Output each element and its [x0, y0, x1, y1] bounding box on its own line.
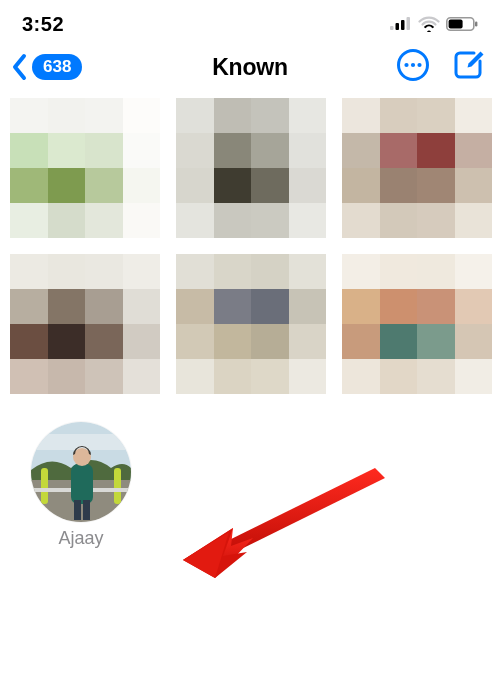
svg-rect-15: [114, 468, 121, 504]
conversation-item[interactable]: [176, 98, 326, 238]
status-icons: [390, 16, 478, 32]
unread-count-badge: 638: [32, 54, 82, 80]
compose-icon: [452, 49, 484, 81]
page-title: Known: [212, 54, 288, 81]
avatar: [31, 422, 131, 522]
cellular-icon: [390, 17, 412, 31]
battery-icon: [446, 17, 478, 31]
svg-rect-0: [390, 26, 394, 30]
contact-name: Ajaay: [26, 528, 136, 549]
svg-rect-12: [31, 434, 131, 450]
conversations-grid: [0, 98, 500, 394]
status-bar: 3:52: [0, 0, 500, 40]
svg-rect-14: [41, 468, 48, 504]
svg-point-10: [417, 63, 421, 67]
svg-point-8: [404, 63, 408, 67]
back-control[interactable]: 638: [10, 52, 82, 82]
back-chevron-icon: [10, 52, 30, 82]
conversation-item[interactable]: [342, 254, 492, 394]
svg-point-9: [411, 63, 415, 67]
svg-rect-6: [475, 22, 477, 27]
svg-rect-5: [449, 20, 463, 29]
svg-rect-1: [396, 23, 400, 30]
ellipsis-circle-icon: [396, 48, 430, 82]
svg-rect-2: [401, 20, 405, 30]
conversation-item[interactable]: [10, 98, 160, 238]
conversation-item[interactable]: [176, 254, 326, 394]
svg-rect-17: [71, 464, 93, 504]
svg-rect-20: [83, 500, 90, 520]
status-time: 3:52: [22, 13, 64, 36]
more-button[interactable]: [396, 48, 430, 86]
wifi-icon: [418, 16, 440, 32]
navigation-bar: 638 Known: [0, 40, 500, 98]
compose-button[interactable]: [452, 49, 484, 85]
svg-rect-19: [74, 500, 81, 520]
conversation-item[interactable]: [10, 254, 160, 394]
contact-item[interactable]: Ajaay: [0, 422, 500, 549]
svg-rect-3: [407, 17, 411, 30]
conversation-item[interactable]: [342, 98, 492, 238]
